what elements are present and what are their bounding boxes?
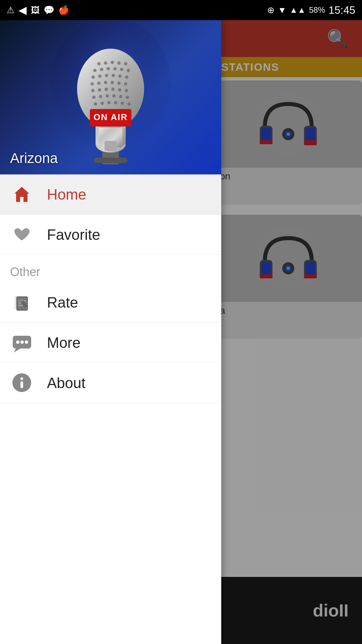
svg-point-85 (20, 340, 24, 344)
svg-point-54 (118, 88, 121, 92)
wifi-icon: ▼ (278, 5, 287, 15)
nav-item-about[interactable]: About (0, 363, 221, 403)
svg-point-30 (117, 61, 121, 65)
home-label: Home (47, 186, 86, 203)
about-icon (10, 371, 34, 395)
nav-item-rate[interactable]: Rate (0, 282, 221, 323)
about-label: About (47, 375, 85, 391)
svg-point-27 (97, 62, 101, 65)
svg-point-61 (126, 96, 129, 99)
status-bar: ⚠ ◀ 🖼 💬 🍎 ⊕ ▼ ▲▲ 58% 15:45 (0, 0, 362, 20)
svg-point-84 (16, 340, 19, 344)
svg-point-55 (125, 89, 128, 92)
nav-section-main: Home Favorite (0, 174, 221, 255)
svg-point-47 (111, 81, 114, 84)
nav-item-favorite[interactable]: Favorite (0, 215, 221, 255)
svg-point-39 (98, 74, 102, 78)
svg-point-37 (127, 69, 130, 72)
svg-point-67 (127, 102, 131, 106)
nav-item-home[interactable]: Home (0, 174, 221, 215)
other-section: Other (0, 255, 221, 403)
message-icon: 💬 (44, 5, 54, 15)
svg-point-41 (112, 74, 115, 77)
svg-point-56 (92, 96, 96, 99)
favorite-icon (10, 223, 34, 247)
battery-indicator: 58% (309, 5, 325, 15)
signal-icon: ▲▲ (290, 5, 306, 15)
svg-point-59 (112, 94, 116, 98)
svg-point-35 (113, 67, 117, 70)
svg-point-38 (92, 75, 95, 79)
svg-point-32 (93, 69, 97, 72)
rate-icon (10, 291, 34, 314)
favorite-label: Favorite (47, 226, 100, 243)
svg-point-88 (20, 377, 23, 380)
more-label: More (47, 334, 80, 351)
svg-point-86 (25, 340, 28, 344)
svg-point-63 (101, 102, 104, 105)
svg-point-52 (105, 88, 108, 91)
svg-point-44 (90, 82, 94, 86)
svg-rect-89 (20, 381, 23, 388)
svg-point-46 (104, 81, 107, 84)
rate-label: Rate (47, 294, 78, 311)
svg-point-58 (106, 94, 109, 98)
svg-point-45 (97, 82, 101, 85)
svg-point-28 (104, 61, 107, 65)
other-section-header: Other (0, 255, 221, 282)
navigation-drawer: ON AIR Arizona Home (0, 20, 221, 644)
nav-item-more[interactable]: More (0, 323, 221, 363)
status-bar-right: ⊕ ▼ ▲▲ 58% 15:45 (267, 4, 355, 16)
svg-point-49 (124, 82, 127, 86)
svg-point-34 (107, 67, 110, 70)
svg-point-51 (98, 88, 101, 92)
add-icon: ⊕ (267, 5, 275, 15)
svg-point-33 (100, 68, 103, 71)
svg-point-43 (125, 75, 128, 79)
status-bar-left: ⚠ ◀ 🖼 💬 🍎 (7, 4, 69, 16)
svg-point-31 (124, 62, 127, 65)
svg-point-60 (119, 95, 122, 98)
svg-text:ON AIR: ON AIR (94, 112, 128, 122)
main-container: 🔍 STATIONS (0, 20, 362, 644)
home-icon (10, 183, 34, 206)
svg-point-62 (94, 102, 97, 106)
svg-point-36 (120, 68, 123, 71)
svg-point-40 (105, 74, 108, 77)
svg-point-64 (107, 101, 111, 104)
drawer-scrim[interactable] (221, 20, 362, 644)
svg-rect-71 (105, 141, 117, 151)
svg-point-29 (111, 61, 114, 64)
svg-point-50 (91, 89, 95, 92)
more-icon (10, 331, 34, 355)
svg-point-48 (117, 82, 121, 85)
svg-point-57 (99, 95, 102, 98)
gallery-icon: 🖼 (31, 5, 40, 15)
alert-icon: ⚠ (7, 5, 14, 15)
app-icon: 🍎 (58, 5, 69, 15)
drawer-hero: ON AIR Arizona (0, 20, 221, 174)
svg-point-66 (121, 102, 124, 105)
svg-point-42 (118, 74, 122, 78)
svg-point-53 (111, 88, 115, 91)
hero-city-label: Arizona (10, 150, 58, 166)
clock: 15:45 (328, 4, 355, 16)
svg-marker-83 (14, 348, 20, 353)
svg-point-65 (114, 101, 117, 104)
svg-marker-72 (14, 187, 29, 202)
back-icon: ◀ (18, 4, 27, 16)
svg-rect-23 (94, 158, 127, 163)
